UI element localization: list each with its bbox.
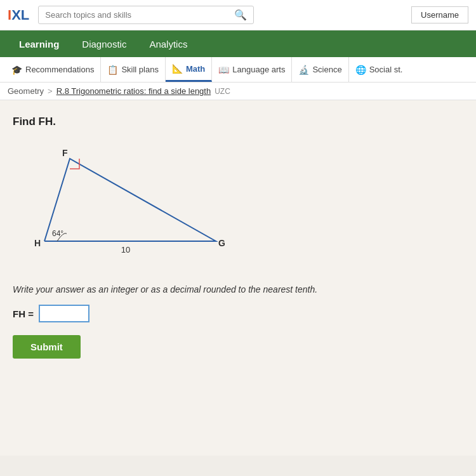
vertex-h-label: H — [34, 238, 41, 248]
skillplans-icon: 📋 — [107, 65, 118, 75]
nav-bar: Learning Diagnostic Analytics — [0, 30, 476, 57]
instructions-text: Write your answer as an integer or as a … — [13, 284, 463, 294]
angle-label: 64° — [52, 229, 63, 238]
submit-button[interactable]: Submit — [13, 335, 81, 359]
subnav-math[interactable]: 📐 Math — [166, 57, 212, 82]
subnav-recommendations-label: Recommendations — [25, 65, 94, 74]
top-bar: IXL 🔍 Username — [0, 0, 476, 30]
subnav-socialst[interactable]: 🌐 Social st. — [349, 57, 409, 82]
answer-row: FH = — [13, 305, 463, 322]
nav-item-analytics[interactable]: Analytics — [138, 30, 199, 57]
vertex-f-label: F — [62, 148, 68, 158]
breadcrumb-code: UZC — [215, 87, 230, 96]
breadcrumb-current: R.8 Trigonometric ratios: find a side le… — [56, 86, 211, 96]
subnav-recommendations[interactable]: 🎓 Recommendations — [5, 57, 101, 82]
triangle-svg: F H G 64° 10 — [32, 140, 235, 267]
breadcrumb-parent[interactable]: Geometry — [8, 86, 44, 96]
answer-label: FH = — [13, 308, 34, 319]
problem-title: Find FH. — [13, 116, 463, 128]
subnav-math-label: Math — [186, 64, 205, 74]
subnav-skillplans[interactable]: 📋 Skill plans — [101, 57, 166, 82]
nav-item-learning[interactable]: Learning — [8, 30, 70, 57]
science-icon: 🔬 — [298, 65, 309, 75]
search-icon: 🔍 — [234, 9, 247, 21]
nav-item-diagnostic[interactable]: Diagnostic — [70, 30, 138, 57]
breadcrumb-separator: > — [48, 86, 53, 96]
triangle-diagram: F H G 64° 10 — [32, 140, 463, 269]
recommendations-icon: 🎓 — [11, 65, 22, 75]
sub-nav: 🎓 Recommendations 📋 Skill plans 📐 Math 📖… — [0, 57, 476, 83]
vertex-g-label: G — [218, 238, 225, 248]
subnav-skillplans-label: Skill plans — [121, 65, 159, 74]
main-content: Find FH. F H G 64° 10 Write your answer … — [0, 100, 476, 456]
socialst-icon: 🌐 — [355, 65, 366, 75]
breadcrumb: Geometry > R.8 Trigonometric ratios: fin… — [0, 83, 476, 100]
math-icon: 📐 — [172, 63, 183, 74]
logo[interactable]: IXL — [8, 7, 29, 23]
subnav-languagearts[interactable]: 📖 Language arts — [212, 57, 292, 82]
logo-part2: XL — [11, 7, 29, 23]
subnav-socialst-label: Social st. — [369, 65, 403, 74]
base-label: 10 — [121, 245, 130, 255]
answer-input[interactable] — [39, 305, 89, 322]
languagearts-icon: 📖 — [218, 65, 229, 75]
subnav-science-label: Science — [312, 65, 341, 74]
subnav-languagearts-label: Language arts — [232, 65, 285, 74]
username-button[interactable]: Username — [411, 6, 468, 23]
search-bar[interactable]: 🔍 — [38, 6, 254, 24]
subnav-science[interactable]: 🔬 Science — [292, 57, 348, 82]
search-input[interactable] — [45, 10, 230, 20]
